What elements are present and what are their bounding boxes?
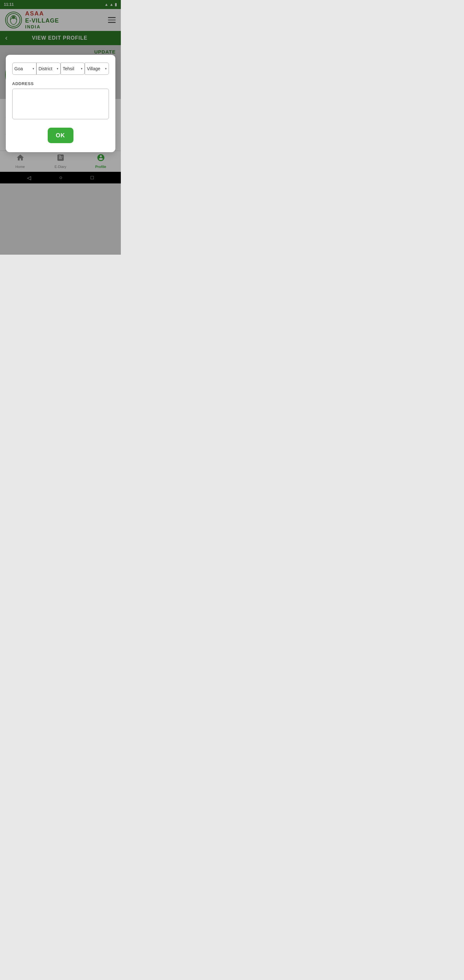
location-modal: Goa Maharashtra Karnataka District North… (6, 55, 115, 152)
location-dropdowns-row: Goa Maharashtra Karnataka District North… (12, 62, 109, 75)
state-dropdown[interactable]: Goa Maharashtra Karnataka (12, 62, 37, 75)
tehsil-dropdown[interactable]: Tehsil Panaji Margao (60, 62, 85, 75)
district-dropdown[interactable]: District North Goa South Goa (37, 62, 60, 75)
tehsil-dropdown-wrapper: Tehsil Panaji Margao (60, 62, 85, 75)
modal-overlay: Goa Maharashtra Karnataka District North… (0, 0, 121, 255)
state-dropdown-wrapper: Goa Maharashtra Karnataka (12, 62, 37, 75)
ok-button-wrapper: OK (12, 128, 109, 143)
village-dropdown-wrapper: Village Calangute Colva (85, 62, 109, 75)
village-dropdown[interactable]: Village Calangute Colva (85, 62, 109, 75)
address-label: ADDRESS (12, 81, 109, 86)
district-dropdown-wrapper: District North Goa South Goa (37, 62, 60, 75)
ok-button[interactable]: OK (48, 128, 73, 143)
address-textarea[interactable] (12, 89, 109, 119)
